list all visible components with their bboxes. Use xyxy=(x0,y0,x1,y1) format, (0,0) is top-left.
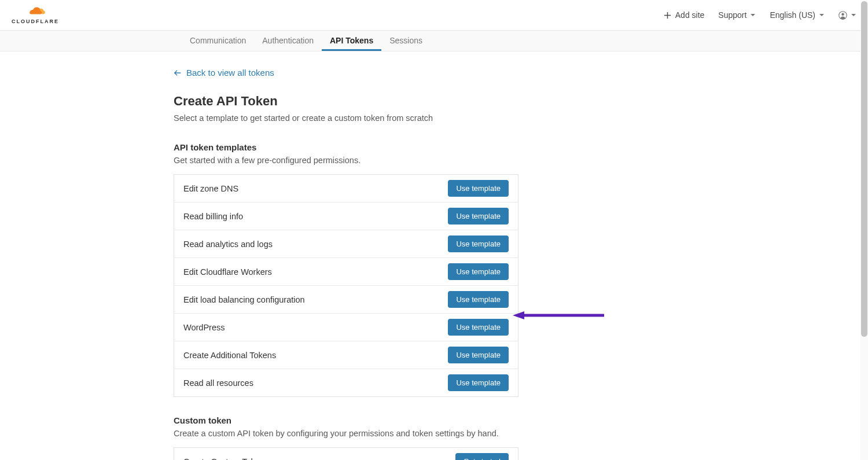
template-name: Create Additional Tokens xyxy=(183,351,276,360)
use-template-button[interactable]: Use template xyxy=(448,347,509,363)
sub-nav: Communication Authentication API Tokens … xyxy=(0,31,868,51)
top-header: CLOUDFLARE Add site Support English (US) xyxy=(0,0,868,31)
user-icon xyxy=(838,11,847,20)
template-list: Edit zone DNS Use template Read billing … xyxy=(174,174,518,397)
use-template-button[interactable]: Use template xyxy=(448,319,509,336)
svg-point-1 xyxy=(841,13,844,16)
template-row-edit-zone-dns: Edit zone DNS Use template xyxy=(174,175,518,203)
tab-api-tokens[interactable]: API Tokens xyxy=(322,31,381,51)
chevron-down-icon xyxy=(851,12,856,18)
tab-authentication[interactable]: Authentication xyxy=(254,31,322,51)
logo-text: CLOUDFLARE xyxy=(12,19,59,24)
account-dropdown[interactable] xyxy=(838,11,856,20)
cloudflare-logo[interactable]: CLOUDFLARE xyxy=(12,6,59,24)
use-template-button[interactable]: Use template xyxy=(448,374,509,391)
scrollbar-thumb[interactable] xyxy=(861,1,867,337)
annotation-arrow-icon xyxy=(513,311,605,320)
language-dropdown[interactable]: English (US) xyxy=(770,10,825,20)
template-name: Read all resources xyxy=(183,378,253,388)
get-started-button[interactable]: Get started xyxy=(455,453,509,460)
support-label: Support xyxy=(718,10,746,20)
template-name: Edit Cloudflare Workers xyxy=(183,267,272,277)
template-name: Read billing info xyxy=(183,212,243,221)
tab-communication[interactable]: Communication xyxy=(182,31,254,51)
template-row-read-all-resources: Read all resources Use template xyxy=(174,369,518,396)
use-template-button[interactable]: Use template xyxy=(448,263,509,280)
custom-token-list: Create Custom Token Get started xyxy=(174,447,518,460)
template-row-edit-load-balancing: Edit load balancing configuration Use te… xyxy=(174,286,518,314)
custom-token-label: Create Custom Token xyxy=(183,457,264,461)
chevron-down-icon xyxy=(819,12,825,18)
template-row-read-billing-info: Read billing info Use template xyxy=(174,203,518,230)
use-template-button[interactable]: Use template xyxy=(448,180,509,197)
add-site-button[interactable]: Add site xyxy=(663,10,705,20)
template-name: WordPress xyxy=(183,323,225,332)
use-template-button[interactable]: Use template xyxy=(448,235,509,252)
custom-token-row: Create Custom Token Get started xyxy=(174,448,518,460)
cloud-icon xyxy=(25,6,46,17)
back-link-label: Back to view all tokens xyxy=(186,68,274,78)
add-site-label: Add site xyxy=(675,10,705,20)
template-row-wordpress: WordPress Use template xyxy=(174,314,518,341)
templates-section-title: API token templates xyxy=(174,142,521,152)
custom-section-title: Custom token xyxy=(174,415,521,425)
tab-sessions[interactable]: Sessions xyxy=(381,31,431,51)
back-link[interactable]: Back to view all tokens xyxy=(174,68,274,78)
arrow-left-icon xyxy=(174,69,182,77)
chevron-down-icon xyxy=(750,12,756,18)
page-title: Create API Token xyxy=(174,94,521,109)
use-template-button[interactable]: Use template xyxy=(448,208,509,225)
template-name: Read analytics and logs xyxy=(183,240,273,249)
page-subtitle: Select a template to get started or crea… xyxy=(174,113,521,123)
template-row-edit-cloudflare-workers: Edit Cloudflare Workers Use template xyxy=(174,258,518,286)
template-name: Edit zone DNS xyxy=(183,184,238,193)
plus-icon xyxy=(663,11,672,20)
support-dropdown[interactable]: Support xyxy=(718,10,756,20)
header-right: Add site Support English (US) xyxy=(663,10,856,20)
template-row-create-additional-tokens: Create Additional Tokens Use template xyxy=(174,341,518,369)
template-row-read-analytics-logs: Read analytics and logs Use template xyxy=(174,230,518,258)
use-template-button[interactable]: Use template xyxy=(448,291,509,308)
templates-section-subtitle: Get started with a few pre-configured pe… xyxy=(174,156,521,165)
scrollbar-track[interactable] xyxy=(860,0,868,460)
language-label: English (US) xyxy=(770,10,815,20)
template-name: Edit load balancing configuration xyxy=(183,295,305,304)
main-content: Back to view all tokens Create API Token… xyxy=(0,51,521,460)
custom-section-subtitle: Create a custom API token by configuring… xyxy=(174,429,521,438)
